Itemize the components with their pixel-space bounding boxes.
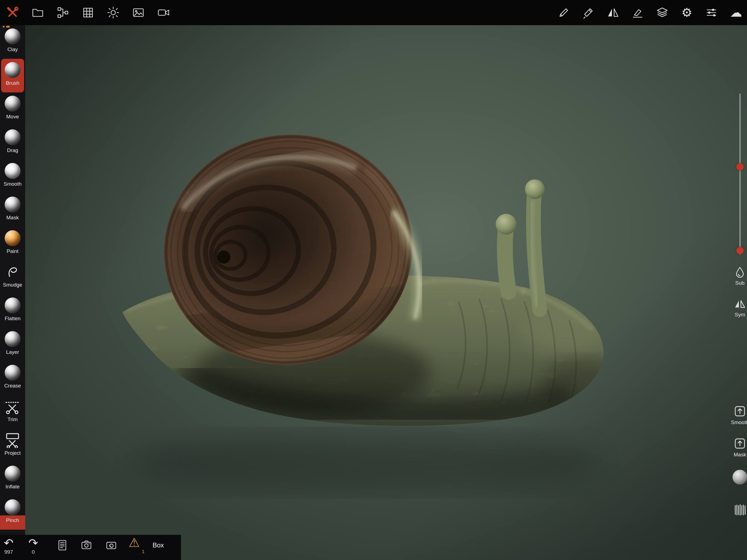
- crease-tool-icon: [5, 365, 21, 381]
- sub-toggle[interactable]: Sub: [728, 266, 747, 286]
- paint-tool-icon[interactable]: [582, 6, 595, 19]
- tool-label: Drag: [7, 147, 18, 153]
- video-camera-icon[interactable]: [157, 6, 170, 19]
- tool-layer[interactable]: Layer: [0, 328, 25, 361]
- tool-label: Project: [4, 450, 21, 456]
- tool-label: Smooth: [4, 181, 21, 187]
- mask-box-arrow-icon: [733, 437, 746, 450]
- tool-pinch[interactable]: Pinch: [0, 496, 25, 530]
- tool-trim[interactable]: Trim: [0, 395, 25, 429]
- tool-flatten[interactable]: Flatten: [0, 294, 25, 328]
- sun-icon[interactable]: [107, 6, 120, 19]
- pinch-tool-icon: [5, 499, 21, 515]
- trim-scissors-icon: [5, 399, 21, 414]
- smudge-tool-icon: [5, 264, 21, 280]
- tool-label: Trim: [7, 416, 18, 423]
- subtract-drop-icon: [733, 266, 746, 278]
- image-icon[interactable]: [132, 6, 145, 19]
- tool-sidebar: Clay Brush Move Drag Smooth Mask Paint: [0, 25, 25, 535]
- smooth-tool-icon: [5, 163, 21, 179]
- paint-tool-sphere-icon: [5, 230, 21, 246]
- topbar-left-group: [6, 0, 170, 25]
- tool-smooth[interactable]: Smooth: [0, 160, 25, 193]
- stroke-falloff-button[interactable]: [728, 503, 747, 517]
- topology-mode-label[interactable]: Box: [153, 541, 164, 549]
- mask-shortcut-label: Mask: [733, 452, 746, 458]
- tool-brush[interactable]: Brush: [1, 59, 24, 93]
- warning-button[interactable]: ⚠: [129, 536, 140, 549]
- tool-inflate[interactable]: Inflate: [0, 462, 25, 496]
- smooth-shortcut-label: Smooth: [731, 419, 747, 426]
- redo-icon: ↷: [28, 537, 38, 549]
- symmetry-icon: [733, 298, 746, 310]
- tool-label: Pinch: [6, 517, 19, 524]
- tool-move[interactable]: Move: [0, 93, 25, 126]
- app-logo-tools-icon[interactable]: [6, 6, 19, 19]
- matcap-sphere-icon: [732, 470, 747, 485]
- brush-slider-track[interactable]: [739, 94, 741, 255]
- folder-icon[interactable]: [31, 6, 44, 19]
- warning-icon: ⚠: [129, 536, 140, 549]
- camera-settings-icon: [80, 539, 93, 551]
- redo-count: 0: [32, 549, 35, 555]
- tool-label: Move: [6, 114, 19, 120]
- tool-smudge[interactable]: Smudge: [0, 261, 25, 294]
- smooth-box-arrow-icon: [733, 405, 746, 418]
- tool-clay[interactable]: Clay: [0, 25, 25, 59]
- viewport-3d[interactable]: [25, 25, 747, 560]
- tool-crease[interactable]: Crease: [0, 361, 25, 395]
- inflate-tool-icon: [5, 466, 21, 482]
- slider-thumb-intensity[interactable]: [736, 247, 744, 254]
- cloud-glyph: ☁: [730, 6, 742, 19]
- tool-project[interactable]: Project: [0, 429, 25, 462]
- matcap-material-button[interactable]: [728, 470, 747, 485]
- camera-reset-button[interactable]: [105, 539, 117, 551]
- gear-glyph: ⚙: [681, 6, 692, 19]
- notes-button[interactable]: [56, 539, 68, 551]
- tool-mask[interactable]: Mask: [0, 193, 25, 227]
- move-tool-icon: [5, 96, 21, 111]
- layer-tool-icon: [5, 331, 21, 347]
- scroll-indicator: [3, 26, 10, 28]
- project-scissors-icon: [5, 432, 21, 448]
- sym-toggle[interactable]: Sym: [728, 298, 747, 318]
- slider-thumb-size[interactable]: [736, 163, 744, 171]
- tool-label: Brush: [6, 80, 19, 86]
- scene-graph-icon[interactable]: [56, 6, 70, 19]
- tool-drag[interactable]: Drag: [0, 126, 25, 160]
- stroke-lines-icon: [733, 503, 747, 517]
- bottom-toolbar: ↶ 997 ↷ 0: [0, 535, 181, 560]
- stylus-icon[interactable]: [631, 6, 644, 19]
- redo-button[interactable]: ↷ 0: [28, 537, 38, 555]
- undo-button[interactable]: ↶ 997: [4, 537, 14, 555]
- undo-icon: ↶: [4, 537, 14, 549]
- camera-settings-button[interactable]: [80, 539, 93, 551]
- smooth-shortcut-button[interactable]: Smooth: [728, 405, 747, 426]
- tool-label: Crease: [4, 383, 21, 389]
- sliders-icon[interactable]: [705, 6, 718, 19]
- warning-count-badge: 1: [142, 549, 145, 555]
- cloud-icon[interactable]: ☁: [729, 6, 743, 19]
- flatten-tool-icon: [5, 298, 21, 313]
- grid-icon[interactable]: [81, 6, 95, 19]
- tool-label: Smudge: [3, 282, 22, 288]
- clay-tool-icon: [5, 28, 21, 44]
- tool-label: Paint: [6, 248, 18, 254]
- drag-tool-icon: [5, 129, 21, 145]
- undo-count: 997: [4, 549, 13, 555]
- app-window: ⚙ ☁ Clay Brush Move Drag: [0, 0, 747, 560]
- tool-label: Layer: [6, 349, 19, 355]
- camera-reset-icon: [105, 539, 117, 551]
- mirror-icon[interactable]: [607, 6, 620, 19]
- document-list-icon: [56, 539, 68, 551]
- tool-paint[interactable]: Paint: [0, 227, 25, 261]
- gear-icon[interactable]: ⚙: [680, 6, 693, 19]
- mask-shortcut-button[interactable]: Mask: [728, 437, 747, 458]
- sym-label: Sym: [735, 312, 745, 318]
- layers-icon[interactable]: [656, 6, 669, 19]
- snail-model: [25, 25, 747, 560]
- pencil-icon[interactable]: [557, 6, 570, 19]
- brush-tool-icon: [5, 62, 21, 78]
- top-toolbar: ⚙ ☁: [0, 0, 747, 25]
- topbar-right-group: ⚙ ☁: [557, 0, 743, 25]
